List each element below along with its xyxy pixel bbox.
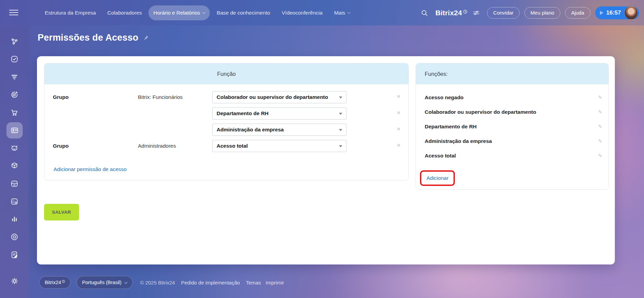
brand-logo: Bitrix24 — [435, 9, 467, 17]
permission-type-label: Grupo — [53, 94, 121, 100]
pin-icon[interactable] — [142, 35, 149, 41]
nav-item-videoconference[interactable]: Vídeoconferência — [277, 5, 327, 20]
footer-link-themes[interactable]: Temas — [246, 280, 261, 285]
crm-funnel-icon[interactable] — [6, 68, 23, 86]
search-icon[interactable] — [420, 9, 428, 17]
role-select[interactable]: Colaborador ou supervisor do departament… — [212, 91, 346, 103]
save-button[interactable]: SALVAR — [44, 204, 79, 220]
play-icon — [600, 11, 603, 15]
role-list-item: Departamento de RH ✎ — [425, 123, 602, 131]
roles-panel-header: Funções: — [416, 63, 608, 84]
permissions-panel: Função Grupo Bitrix: Funcionários Colabo… — [44, 63, 409, 180]
permission-type-label: Grupo — [53, 143, 121, 149]
add-permission-link[interactable]: Adicionar permissão de acesso — [54, 166, 126, 172]
chevron-down-icon — [124, 280, 128, 284]
topbar-right-cluster: Bitrix24 Convidar Meu plano Ajuda 16:57 — [420, 0, 639, 25]
annotation-highlight-box: Adicionar — [420, 170, 455, 186]
permission-subject: Bitrix: Funcionários — [138, 94, 209, 100]
help-button[interactable]: Ajuda — [565, 7, 590, 19]
work-timer[interactable]: 16:57 — [595, 6, 639, 19]
sign-doc-icon[interactable] — [6, 246, 23, 264]
role-list-item: Administração da empresa ✎ — [425, 137, 602, 145]
market-icon[interactable] — [6, 228, 23, 246]
page-title: Permissões de Acesso — [38, 33, 138, 43]
copyright-text: © 2025 Bitrix24 — [140, 280, 175, 285]
roles-panel: Funções: Acesso negado ✎ Colaborador ou … — [416, 63, 609, 190]
footer-link-implementation[interactable]: Pedido de implementação — [181, 280, 240, 285]
select-arrow-icon — [339, 129, 342, 131]
nav-item-knowledge-base[interactable]: Base de conhecimento — [212, 5, 275, 20]
remove-role-button[interactable]: × — [395, 93, 402, 101]
copilot-robot-icon[interactable] — [6, 139, 23, 157]
sliders-icon[interactable] — [472, 9, 480, 17]
top-bar: Estrutura da Empresa Colaboradores Horár… — [0, 0, 644, 25]
chevron-down-icon — [202, 10, 206, 14]
edit-pencil-icon[interactable]: ✎ — [598, 94, 602, 101]
footer-brand-badge[interactable]: Bitrix24 — [39, 276, 71, 289]
my-plan-button[interactable]: Meu plano — [524, 7, 560, 19]
permission-subject: Administradores — [138, 143, 209, 149]
edit-pencil-icon[interactable]: ✎ — [598, 109, 602, 115]
hamburger-menu-icon[interactable] — [9, 10, 18, 17]
edit-pencil-icon[interactable]: ✎ — [598, 153, 602, 159]
chevron-down-icon — [347, 10, 351, 14]
footer-link-print[interactable]: Imprimir — [266, 280, 284, 285]
select-arrow-icon — [339, 113, 342, 115]
role-list-item: Colaborador ou supervisor do departament… — [425, 108, 602, 116]
permissions-panel-header: Função — [44, 63, 408, 84]
select-arrow-icon — [339, 97, 342, 99]
right-rail — [622, 0, 644, 298]
role-list-item: Acesso total ✎ — [425, 152, 602, 160]
role-select[interactable]: Administração da empresa — [212, 124, 346, 136]
content-card: Função Grupo Bitrix: Funcionários Colabo… — [37, 56, 615, 264]
analytics-icon[interactable] — [6, 210, 23, 228]
role-list-item: Acesso negado ✎ — [425, 93, 602, 102]
language-selector[interactable]: Português (Brasil) — [77, 276, 133, 289]
clock-logo-icon — [62, 280, 65, 283]
network-icon[interactable] — [6, 33, 23, 50]
left-sidebar — [0, 25, 29, 298]
page-header: Permissões de Acesso — [38, 33, 149, 43]
role-select[interactable]: Departamento de RH — [212, 107, 346, 120]
hr-idcard-icon[interactable] — [6, 122, 23, 139]
remove-role-button[interactable]: × — [395, 109, 402, 117]
tasks-icon[interactable] — [6, 50, 23, 68]
settings-gear-icon[interactable] — [6, 273, 23, 289]
avatar[interactable] — [624, 6, 638, 20]
calendar-icon[interactable] — [6, 193, 23, 211]
role-select[interactable]: Acesso total — [212, 140, 346, 152]
invite-button[interactable]: Convidar — [487, 7, 520, 19]
nav-item-employees[interactable]: Colaboradores — [103, 5, 147, 20]
timer-value: 16:57 — [606, 9, 621, 16]
footer: Bitrix24 Português (Brasil) © 2025 Bitri… — [39, 275, 284, 290]
nav-item-more[interactable]: Mais — [329, 5, 355, 20]
drive-icon[interactable] — [6, 175, 23, 193]
edit-pencil-icon[interactable]: ✎ — [598, 138, 602, 144]
main-nav: Estrutura da Empresa Colaboradores Horár… — [40, 0, 355, 25]
add-role-link[interactable]: Adicionar — [426, 175, 448, 181]
nav-item-time-reports[interactable]: Horário e Relatórios — [148, 5, 210, 20]
sidebar-icon-column — [0, 33, 29, 264]
remove-role-button[interactable]: × — [395, 142, 402, 149]
marketing-target-icon[interactable] — [6, 86, 23, 104]
select-arrow-icon — [339, 145, 342, 147]
nav-item-company-structure[interactable]: Estrutura da Empresa — [40, 5, 101, 20]
shop-cart-icon[interactable] — [6, 104, 23, 122]
edit-pencil-icon[interactable]: ✎ — [598, 124, 602, 130]
remove-role-button[interactable]: × — [395, 126, 402, 133]
automation-cube-icon[interactable] — [6, 157, 23, 175]
clock-logo-icon — [463, 9, 467, 14]
